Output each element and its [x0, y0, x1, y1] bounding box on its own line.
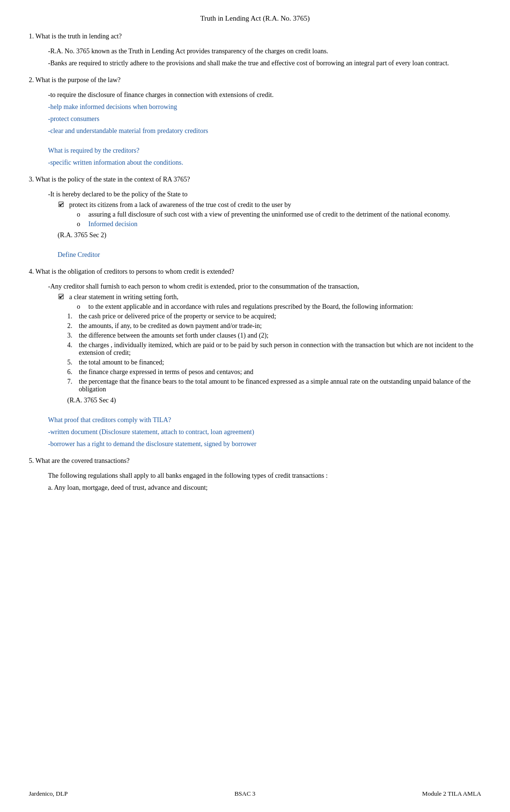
q4-item-3-text: the difference between the amounts set f… [79, 332, 268, 339]
q4-item-6: 6. the finance charge expressed in terms… [67, 368, 481, 376]
q3-sub1-text: assuring a full disclosure of such cost … [88, 211, 450, 218]
q4-bullet1-text: a clear statement in writing setting for… [69, 293, 178, 301]
q4-blue-1: What proof that creditors comply with TI… [48, 415, 481, 425]
page-title: Truth in Lending Act (R.A. No. 3765) [29, 14, 481, 23]
q4-blue-2: -written document (Disclosure statement,… [48, 427, 481, 437]
question-2-label: 2. What is the purpose of the law? [29, 75, 481, 85]
q2-answer-blue2-2: -specific written information about the … [48, 158, 481, 168]
question-3: 3. What is the policy of the state in th… [29, 174, 481, 260]
q2-answer-blue-3: -clear and understandable material from … [48, 126, 481, 136]
q2-answer-black-1: -to require the disclosure of finance ch… [48, 90, 481, 100]
question-4-label: 4. What is the obligation of creditors t… [29, 267, 481, 277]
q4-intro: -Any creditor shall furnish to each pers… [48, 281, 481, 291]
q4-sub-intro: o to the extent applicable and in accord… [77, 303, 481, 311]
q4-items-list: 1. the cash price or delivered price of … [67, 313, 481, 393]
sub2-bullet: o [77, 220, 88, 228]
question-5: 5. What are the covered transactions? Th… [29, 456, 481, 493]
question-1-label: 1. What is the truth in lending act? [29, 31, 481, 41]
footer: Jardenico, DLP BSAC 3 Module 2 TILA AMLA [0, 790, 510, 798]
q2-answer-blue-2: -protect consumers [48, 114, 481, 124]
q4-item-6-text: the finance charge expressed in terms of… [79, 368, 254, 376]
q4-item-4: 4. the charges , individually itemized, … [67, 341, 481, 357]
bullet-symbol: 🗹 [58, 201, 69, 209]
q3-sub2-text: Informed decision [88, 220, 137, 228]
q3-sub1-block: o assuring a full disclosure of such cos… [77, 211, 481, 228]
footer-left: Jardenico, DLP [29, 790, 68, 798]
question-1-answers: -R.A. No. 3765 known as the Truth in Len… [48, 46, 481, 68]
question-3-answers: -It is hereby declared to be the policy … [48, 189, 481, 260]
q4-item-3: 3. the difference between the amounts se… [67, 332, 481, 339]
footer-center: BSAC 3 [234, 790, 255, 798]
question-2-answers: -to require the disclosure of finance ch… [48, 90, 481, 168]
q2-answer-blue-1: -help make informed decisions when borro… [48, 102, 481, 112]
q3-bullet: 🗹 protect its citizens from a lack of aw… [58, 201, 481, 209]
q4-sub-bullet: o [77, 303, 88, 311]
q4-sub-intro-text: to the extent applicable and in accordan… [88, 303, 413, 311]
q4-item-7: 7. the percentage that the finance bears… [67, 378, 481, 393]
question-4: 4. What is the obligation of creditors t… [29, 267, 481, 449]
q3-define: Define Creditor [58, 250, 481, 260]
q4-item-2-text: the amounts, if any, to be credited as d… [79, 322, 262, 330]
footer-right: Module 2 TILA AMLA [422, 790, 481, 798]
q4-item-1-text: the cash price or delivered price of the… [79, 313, 276, 320]
q3-sub2: o Informed decision [77, 220, 481, 228]
question-5-answers: The following regulations shall apply to… [48, 471, 481, 493]
q4-sub-intro-block: o to the extent applicable and in accord… [77, 303, 481, 311]
q4-item-7-text: the percentage that the finance bears to… [79, 378, 481, 393]
question-1: 1. What is the truth in lending act? -R.… [29, 31, 481, 68]
q4-citation: (R.A. 3765 Sec 4) [67, 395, 481, 405]
q5-intro: The following regulations shall apply to… [48, 471, 481, 481]
sub1-bullet: o [77, 211, 88, 218]
question-4-answers: -Any creditor shall furnish to each pers… [48, 281, 481, 449]
q4-item-5-text: the total amount to be financed; [79, 359, 164, 366]
question-5-label: 5. What are the covered transactions? [29, 456, 481, 466]
q1-answer-2: -Banks are required to strictly adhere t… [48, 58, 481, 68]
q2-answer-blue2-1: What is required by the creditors? [48, 145, 481, 156]
q5-item-a: a. Any loan, mortgage, deed of trust, ad… [48, 483, 481, 493]
q3-bullet-text: protect its citizens from a lack of awar… [69, 201, 291, 209]
q1-answer-1: -R.A. No. 3765 known as the Truth in Len… [48, 46, 481, 56]
q4-blue-3: -borrower has a right to demand the disc… [48, 439, 481, 449]
question-3-label: 3. What is the policy of the state in th… [29, 174, 481, 184]
q4-bullet1-block: 🗹 a clear statement in writing setting f… [58, 293, 481, 301]
q3-sub1: o assuring a full disclosure of such cos… [77, 211, 481, 218]
q3-intro: -It is hereby declared to be the policy … [48, 189, 481, 199]
q4-item-4-text: the charges , individually itemized, whi… [79, 341, 481, 357]
q3-citation: (R.A. 3765 Sec 2) [58, 230, 481, 240]
q4-item-5: 5. the total amount to be financed; [67, 359, 481, 366]
q4-item-1: 1. the cash price or delivered price of … [67, 313, 481, 320]
q4-item-2: 2. the amounts, if any, to be credited a… [67, 322, 481, 330]
question-2: 2. What is the purpose of the law? -to r… [29, 75, 481, 168]
q4-bullet-sym: 🗹 [58, 293, 69, 301]
